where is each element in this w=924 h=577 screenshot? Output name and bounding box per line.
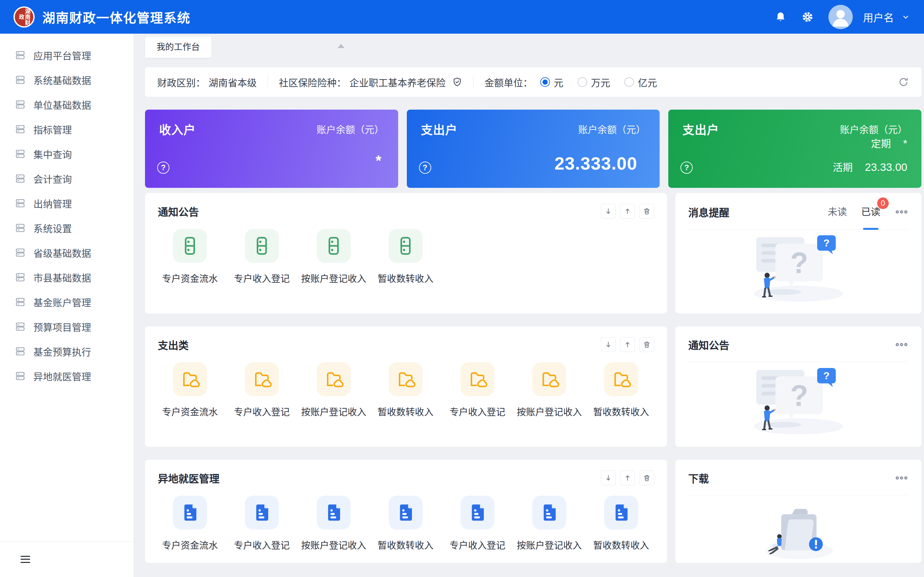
radio-label: 万元 xyxy=(591,75,610,89)
username[interactable]: 用户名 xyxy=(863,10,894,24)
collapse-sidebar-button[interactable] xyxy=(21,556,30,563)
radio-dot xyxy=(577,77,587,87)
shortcut-label: 暂收数转收入 xyxy=(378,538,433,551)
svg-text:?: ? xyxy=(790,247,808,279)
avatar-person-icon xyxy=(829,5,853,29)
help-icon[interactable]: ? xyxy=(680,161,693,174)
tab-read[interactable]: 已读 0 xyxy=(861,204,880,220)
shortcut-item[interactable]: 按账户登记收入 xyxy=(517,496,582,551)
tab-unread[interactable]: 未读 xyxy=(828,204,847,220)
move-up-button[interactable] xyxy=(620,337,635,352)
menu-category-icon xyxy=(15,222,26,234)
sidebar-item[interactable]: 市县基础数据 xyxy=(0,265,134,290)
panel-title: 下载 xyxy=(688,471,709,485)
shortcut-label: 专户资金流水 xyxy=(162,538,218,551)
panel-menu-icon[interactable] xyxy=(895,342,909,348)
outlay-account-card: 支出户 账户余额（元） ? 23.333.00 xyxy=(407,110,660,188)
settings-gear-icon[interactable] xyxy=(801,11,814,23)
sidebar-item[interactable]: 指标管理 xyxy=(0,117,134,141)
outlay-account-card-2: 支出户 账户余额（元） ? 定期 * 活期 23.33.00 xyxy=(668,110,921,188)
radio-yiyuan[interactable]: 亿元 xyxy=(624,75,657,89)
shortcut-item[interactable]: 专户收入登记 xyxy=(230,229,294,285)
shortcut-item[interactable]: 专户收入登记 xyxy=(445,362,509,418)
sidebar-item[interactable]: 省级基础数据 xyxy=(0,240,134,265)
shortcut-item[interactable]: 专户收入登记 xyxy=(230,496,294,551)
sidebar-item-label: 异地就医管理 xyxy=(33,369,91,383)
shortcut-item[interactable]: 暂收数转收入 xyxy=(589,496,653,551)
tab-my-workspace[interactable]: 我的工作台 xyxy=(145,37,212,58)
shortcut-item[interactable]: 专户收入登记 xyxy=(230,362,294,418)
sidebar-item-label: 系统设置 xyxy=(33,221,72,235)
sidebar-item-label: 集中查询 xyxy=(33,147,72,161)
shortcut-list: 专户资金流水 专户收入登记 xyxy=(158,362,654,418)
empty-notice-illustration: ? ? xyxy=(750,363,846,435)
user-menu-chevron-down-icon[interactable] xyxy=(901,12,911,22)
shortcut-label: 专户收入登记 xyxy=(234,538,290,551)
sidebar-item[interactable]: 系统设置 xyxy=(0,215,134,240)
sidebar-item[interactable]: 出纳管理 xyxy=(0,191,134,215)
move-up-button[interactable] xyxy=(620,471,635,485)
shortcut-item[interactable]: 暂收数转收入 xyxy=(373,496,438,551)
shortcut-item[interactable]: 按账户登记收入 xyxy=(302,496,366,551)
panel-menu-icon[interactable] xyxy=(895,475,909,481)
document-icon xyxy=(604,496,638,530)
shortcut-item[interactable]: 暂收数转收入 xyxy=(373,362,438,418)
sidebar-item[interactable]: 异地就医管理 xyxy=(0,364,134,388)
app-title: 湖南财政一体化管理系统 xyxy=(42,8,191,26)
shortcut-item[interactable]: 专户资金流水 xyxy=(158,362,222,418)
svg-text:?: ? xyxy=(823,237,830,249)
help-icon[interactable]: ? xyxy=(419,161,431,174)
move-up-button[interactable] xyxy=(620,204,635,219)
sidebar-item[interactable]: 系统基础数据 xyxy=(0,67,134,92)
sidebar-item[interactable]: 预算项目管理 xyxy=(0,314,134,339)
collapse-caret-icon[interactable] xyxy=(338,44,344,48)
shield-check-icon[interactable] xyxy=(452,77,462,87)
delete-panel-button[interactable] xyxy=(640,337,654,352)
svg-text:?: ? xyxy=(790,379,808,412)
sidebar-item[interactable]: 单位基础数据 xyxy=(0,92,134,117)
radio-yuan[interactable]: 元 xyxy=(540,75,564,89)
shortcut-list: 专户资金流水 专户收入登记 xyxy=(158,496,654,551)
folder-cloud-icon xyxy=(389,362,423,396)
move-down-button[interactable] xyxy=(601,471,615,485)
notification-bell-icon[interactable] xyxy=(774,11,787,23)
radio-wanyuan[interactable]: 万元 xyxy=(577,75,610,89)
sidebar-item[interactable]: 集中查询 xyxy=(0,141,134,166)
shortcut-item[interactable]: 按账户登记收入 xyxy=(302,229,366,285)
folder-cloud-icon xyxy=(245,362,279,396)
region-value: 湖南省本级 xyxy=(208,75,257,89)
move-down-button[interactable] xyxy=(601,204,615,219)
panel-actions xyxy=(601,471,654,485)
sidebar-item[interactable]: 会计查询 xyxy=(0,166,134,191)
shortcut-item[interactable]: 按账户登记收入 xyxy=(302,362,366,418)
move-down-button[interactable] xyxy=(601,337,615,352)
sidebar-item[interactable]: 基金账户管理 xyxy=(0,290,134,314)
panel-menu-icon[interactable] xyxy=(895,209,909,215)
masked-balance: * xyxy=(376,152,381,169)
shortcut-item[interactable]: 暂收数转收入 xyxy=(373,229,438,285)
folder-cloud-icon xyxy=(460,362,494,396)
shortcut-item[interactable]: 专户收入登记 xyxy=(445,496,509,551)
sidebar-item[interactable]: 基金预算执行 xyxy=(0,339,134,364)
menu-category-icon xyxy=(15,297,26,308)
card-title: 收入户 xyxy=(159,121,196,138)
shortcut-item[interactable]: 按账户登记收入 xyxy=(517,362,582,418)
delete-panel-button[interactable] xyxy=(640,204,654,219)
trash-icon xyxy=(643,207,651,215)
menu-category-icon xyxy=(15,272,26,283)
sidebar-item[interactable]: 应用平台管理 xyxy=(0,43,134,67)
delete-panel-button[interactable] xyxy=(640,471,654,485)
shortcut-item[interactable]: 暂收数转收入 xyxy=(589,362,653,418)
user-avatar[interactable] xyxy=(829,5,853,29)
sidebar-item-label: 预算项目管理 xyxy=(33,319,91,334)
shortcut-label: 专户收入登记 xyxy=(234,405,290,418)
shortcut-item[interactable]: 专户资金流水 xyxy=(158,229,222,285)
sidebar-item-label: 系统基础数据 xyxy=(33,73,91,87)
shortcut-item[interactable]: 专户资金流水 xyxy=(158,496,222,551)
filter-bar: 财政区别： 湖南省本级 社区保险险种： 企业职工基本养老保险 金额单位： 元 xyxy=(145,67,921,97)
sidebar-item-label: 出纳管理 xyxy=(33,196,72,210)
filter-insurance: 社区保险险种： 企业职工基本养老保险 xyxy=(279,75,462,89)
help-icon[interactable]: ? xyxy=(157,161,170,174)
refresh-icon[interactable] xyxy=(898,76,909,88)
shortcut-label: 暂收数转收入 xyxy=(378,405,433,418)
